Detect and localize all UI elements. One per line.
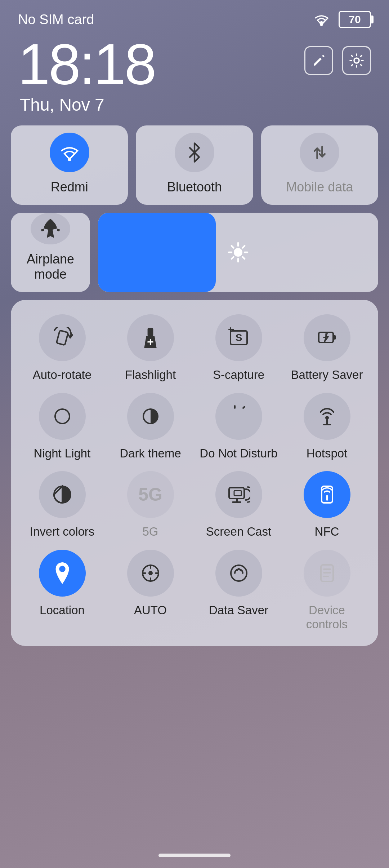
wifi-tile-icon xyxy=(50,133,89,172)
nfc-icon xyxy=(304,471,350,518)
status-bar: No SIM card 70 xyxy=(0,0,389,32)
clock-date: Thu, Nov 7 xyxy=(18,95,155,115)
flashlight-label: Flashlight xyxy=(125,368,176,382)
screencast-icon xyxy=(215,471,262,518)
auto-item[interactable]: AUTO xyxy=(110,550,191,632)
airplane-tile[interactable]: Airplane mode xyxy=(11,213,90,292)
svg-rect-13 xyxy=(148,328,153,336)
mobiledata-tile-icon xyxy=(300,133,339,172)
clock-area: 18:18 Thu, Nov 7 xyxy=(0,32,389,125)
datasaver-label: Data Saver xyxy=(209,603,268,617)
invertcolors-item[interactable]: Invert colors xyxy=(22,471,103,539)
svg-point-1 xyxy=(354,58,359,63)
donotdisturb-item[interactable]: Do Not Disturb xyxy=(198,393,279,461)
svg-point-38 xyxy=(59,566,65,572)
mobiledata-tile-label: Mobile data xyxy=(286,180,353,195)
screencast-item[interactable]: Screen Cast xyxy=(198,471,279,539)
nightlight-label: Night Light xyxy=(34,446,91,461)
svg-line-27 xyxy=(243,407,245,408)
svg-rect-22 xyxy=(333,335,336,340)
svg-point-0 xyxy=(320,23,323,26)
invertcolors-label: Invert colors xyxy=(30,524,95,539)
nfc-item[interactable]: NFC xyxy=(286,471,367,539)
autorotate-item[interactable]: Auto-rotate xyxy=(22,314,103,382)
location-icon xyxy=(39,550,86,597)
donotdisturb-icon xyxy=(215,393,262,440)
airplane-icon xyxy=(31,213,70,244)
svg-rect-33 xyxy=(234,491,241,496)
hotspot-item[interactable]: Hotspot xyxy=(286,393,367,461)
fiveg-item[interactable]: 5G 5G xyxy=(110,471,191,539)
quick-tiles-row2: Airplane mode xyxy=(0,213,389,292)
nfc-label: NFC xyxy=(315,524,339,539)
clock-action-icons xyxy=(304,46,371,75)
batterysaver-icon xyxy=(304,314,350,361)
scapture-label: S-capture xyxy=(213,368,264,382)
home-indicator[interactable] xyxy=(158,854,231,857)
svg-point-24 xyxy=(55,409,70,424)
settings-gear-icon[interactable] xyxy=(342,46,371,75)
wifi-signal-icon xyxy=(312,12,331,28)
flashlight-icon xyxy=(127,314,174,361)
devicecontrols-item[interactable]: Device controls xyxy=(286,550,367,632)
datasaver-icon xyxy=(215,550,262,597)
auto-icon xyxy=(127,550,174,597)
hotspot-icon xyxy=(304,393,350,440)
darktheme-icon xyxy=(127,393,174,440)
mobiledata-tile[interactable]: Mobile data xyxy=(261,125,378,205)
svg-text:S: S xyxy=(235,332,242,343)
screencast-label: Screen Cast xyxy=(206,524,272,539)
donotdisturb-label: Do Not Disturb xyxy=(200,446,277,461)
flashlight-item[interactable]: Flashlight xyxy=(110,314,191,382)
bluetooth-tile[interactable]: Bluetooth xyxy=(136,125,253,205)
bluetooth-tile-icon xyxy=(175,133,214,172)
batterysaver-label: Battery Saver xyxy=(291,368,363,382)
quick-tiles-row1: Redmi Bluetooth Mobile data xyxy=(0,125,389,205)
brightness-icon-wrap xyxy=(105,241,371,264)
scapture-item[interactable]: S S-capture xyxy=(198,314,279,382)
clock-time: 18:18 xyxy=(18,35,155,93)
main-quick-panel: Auto-rotate Flashlight S xyxy=(11,300,378,646)
svg-point-3 xyxy=(234,248,242,257)
darktheme-item[interactable]: Dark theme xyxy=(110,393,191,461)
brightness-slider-tile[interactable] xyxy=(98,213,378,292)
autorotate-icon xyxy=(39,314,86,361)
bluetooth-tile-label: Bluetooth xyxy=(167,180,222,195)
status-icons: 70 xyxy=(312,11,371,28)
batterysaver-item[interactable]: Battery Saver xyxy=(286,314,367,382)
sim-status: No SIM card xyxy=(18,12,94,27)
invertcolors-icon xyxy=(39,471,86,518)
svg-point-40 xyxy=(148,571,153,575)
fiveg-icon: 5G xyxy=(127,471,174,518)
wifi-tile-label: Redmi xyxy=(51,180,88,195)
darktheme-label: Dark theme xyxy=(120,446,181,461)
svg-rect-32 xyxy=(229,488,244,499)
location-item[interactable]: Location xyxy=(22,550,103,632)
wifi-tile[interactable]: Redmi xyxy=(11,125,128,205)
panel-grid: Auto-rotate Flashlight S xyxy=(22,314,367,632)
nightlight-item[interactable]: Night Light xyxy=(22,393,103,461)
scapture-icon: S xyxy=(215,314,262,361)
location-label: Location xyxy=(40,603,85,617)
svg-rect-12 xyxy=(56,331,68,345)
datasaver-item[interactable]: Data Saver xyxy=(198,550,279,632)
fiveg-label: 5G xyxy=(142,524,158,539)
airplane-tile-label: Airplane mode xyxy=(11,252,90,282)
battery-indicator: 70 xyxy=(339,11,371,28)
svg-line-9 xyxy=(242,257,245,259)
devicecontrols-label: Device controls xyxy=(286,603,367,632)
nightlight-icon xyxy=(39,393,86,440)
svg-point-45 xyxy=(231,565,247,581)
svg-line-10 xyxy=(242,245,245,248)
edit-icon[interactable] xyxy=(304,46,333,75)
auto-label: AUTO xyxy=(134,603,167,617)
hotspot-label: Hotspot xyxy=(307,446,348,461)
svg-line-11 xyxy=(231,257,233,259)
svg-line-8 xyxy=(231,245,233,248)
autorotate-label: Auto-rotate xyxy=(33,368,91,382)
devicecontrols-icon xyxy=(304,550,350,597)
